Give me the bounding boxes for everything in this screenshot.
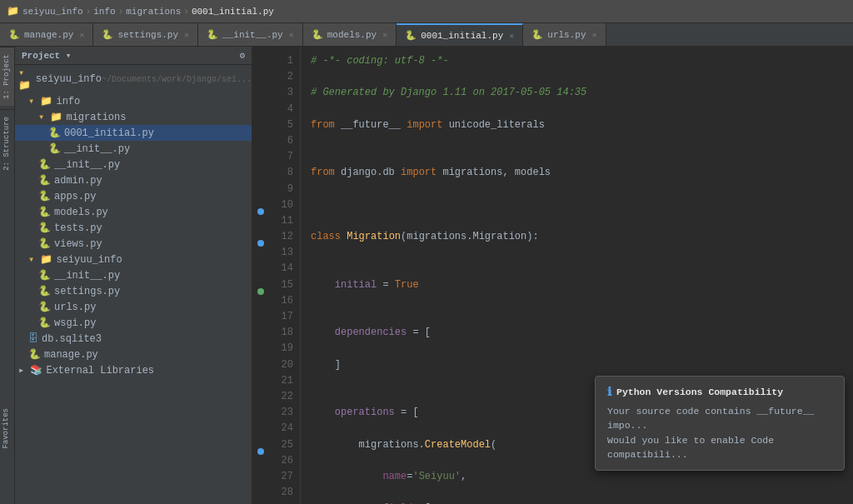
py-file-icon: 🐍 xyxy=(38,190,51,202)
py-file-icon: 🐍 xyxy=(312,29,323,40)
tree-db-sqlite[interactable]: 🗄 db.sqlite3 xyxy=(15,331,252,347)
sidebar: Project ▾ ⚙ ▾ 📁 seiyuu_info ~/Documents/… xyxy=(15,47,252,504)
gutter-dot-15[interactable] xyxy=(252,283,269,299)
tab-close-urls[interactable]: ✕ xyxy=(592,30,597,40)
project-icon: 📁 xyxy=(7,5,19,17)
gutter-dot-10[interactable] xyxy=(252,203,269,219)
py-file-icon: 🐍 xyxy=(38,174,51,187)
editor-gutter xyxy=(252,47,269,504)
tab-urls[interactable]: 🐍 urls.py ✕ xyxy=(523,23,606,46)
py-file-icon: 🐍 xyxy=(38,222,51,234)
tab-close-models[interactable]: ✕ xyxy=(382,30,387,40)
line-numbers: 12345 678910 1112131415 1617181920 21222… xyxy=(269,47,301,504)
editor: 12345 678910 1112131415 1617181920 21222… xyxy=(252,47,853,504)
tree-admin[interactable]: 🐍 admin.py xyxy=(15,172,252,188)
tree-models[interactable]: 🐍 models.py xyxy=(15,204,252,220)
tab-bar: 🐍 manage.py ✕ 🐍 settings.py ✕ 🐍 __init__… xyxy=(0,23,853,47)
tree-migrations[interactable]: ▾ 📁 migrations xyxy=(15,109,252,125)
folder-icon: ▾ 📁 xyxy=(38,111,62,123)
tree-seiyuu-info-root[interactable]: ▾ 📁 seiyuu_info ~/Documents/work/Django/… xyxy=(15,65,252,93)
tree-seiyuu-info-sub[interactable]: ▾ 📁 seiyuu_info xyxy=(15,252,252,267)
notification-body: Your source code contains __future__ imp… xyxy=(607,404,832,462)
tab-close-initial[interactable]: ✕ xyxy=(509,31,514,41)
breadcrumb: seiyuu_info › info › migrations › 0001_i… xyxy=(22,7,274,17)
library-icon: ▸ 📚 xyxy=(18,364,42,377)
tab-close-settings[interactable]: ✕ xyxy=(184,30,189,40)
tree-migrations-init[interactable]: 🐍 __init__.py xyxy=(15,141,252,157)
tree-external-libs[interactable]: ▸ 📚 External Libraries xyxy=(15,362,252,378)
info-icon: ℹ xyxy=(607,385,611,399)
tab-init-pkg[interactable]: 🐍 __init__.py ✕ xyxy=(198,23,303,46)
tab-settings[interactable]: 🐍 settings.py ✕ xyxy=(93,23,198,46)
notification-popup: ℹ Python Versions Compatibility Your sou… xyxy=(595,376,845,471)
py-file-icon: 🐍 xyxy=(38,269,51,282)
py-file-icon: 🐍 xyxy=(28,348,41,361)
tree-info-init[interactable]: 🐍 __init__.py xyxy=(15,157,252,172)
main-area: 1: Project 2: Structure Project ▾ ⚙ ▾ 📁 … xyxy=(0,47,853,504)
tab-close-manage[interactable]: ✕ xyxy=(79,30,84,40)
vtab-structure[interactable]: 2: Structure xyxy=(0,109,14,177)
tree-0001-initial[interactable]: 🐍 0001_initial.py xyxy=(15,125,252,141)
tree-wsgi[interactable]: 🐍 wsgi.py xyxy=(15,315,252,331)
gutter-dot-25[interactable] xyxy=(252,443,269,459)
tree-apps[interactable]: 🐍 apps.py xyxy=(15,188,252,204)
py-file-icon: 🐍 xyxy=(8,29,20,40)
folder-icon: ▾ 📁 xyxy=(28,95,52,107)
sidebar-header: Project ▾ ⚙ xyxy=(15,47,252,65)
py-file-icon: 🐍 xyxy=(405,30,417,41)
gutter-dot-12[interactable] xyxy=(252,236,269,252)
tree-info[interactable]: ▾ 📁 info xyxy=(15,93,252,109)
py-file-icon: 🐍 xyxy=(38,301,51,313)
py-file-icon: 🐍 xyxy=(38,237,51,250)
py-file-icon: 🐍 xyxy=(38,158,51,171)
tree-tests[interactable]: 🐍 tests.py xyxy=(15,220,252,236)
tab-manage[interactable]: 🐍 manage.py ✕ xyxy=(0,23,93,46)
py-file-icon: 🐍 xyxy=(102,29,113,40)
folder-icon: ▾ 📁 xyxy=(28,253,52,266)
tree-seiyuu-init[interactable]: 🐍 __init__.py xyxy=(15,267,252,283)
tree-root: ▾ 📁 seiyuu_info ~/Documents/work/Django/… xyxy=(15,65,252,378)
py-file-icon: 🐍 xyxy=(48,142,61,155)
tree-views[interactable]: 🐍 views.py xyxy=(15,236,252,252)
project-label: Project ▾ xyxy=(22,50,71,61)
tab-models[interactable]: 🐍 models.py ✕ xyxy=(303,23,397,46)
py-file-icon: 🐍 xyxy=(38,317,51,329)
tab-close-init[interactable]: ✕ xyxy=(289,30,294,40)
vtab-project[interactable]: 1: Project xyxy=(0,47,14,106)
py-file-icon: 🐍 xyxy=(38,206,51,218)
py-file-icon: 🐍 xyxy=(531,29,543,40)
notification-header: ℹ Python Versions Compatibility xyxy=(607,385,832,399)
tree-manage[interactable]: 🐍 manage.py xyxy=(15,347,252,362)
db-file-icon: 🗄 xyxy=(28,332,38,345)
py-file-icon: 🐍 xyxy=(207,29,218,40)
tree-settings[interactable]: 🐍 settings.py xyxy=(15,283,252,299)
tab-initial[interactable]: 🐍 0001_initial.py ✕ xyxy=(397,23,523,46)
py-file-icon: 🐍 xyxy=(38,285,51,297)
top-bar: 📁 seiyuu_info › info › migrations › 0001… xyxy=(0,0,853,23)
py-file-icon: 🐍 xyxy=(48,127,61,139)
tree-urls[interactable]: 🐍 urls.py xyxy=(15,299,252,315)
folder-icon: ▾ 📁 xyxy=(18,67,32,92)
sidebar-gear-icon[interactable]: ⚙ xyxy=(239,50,245,61)
